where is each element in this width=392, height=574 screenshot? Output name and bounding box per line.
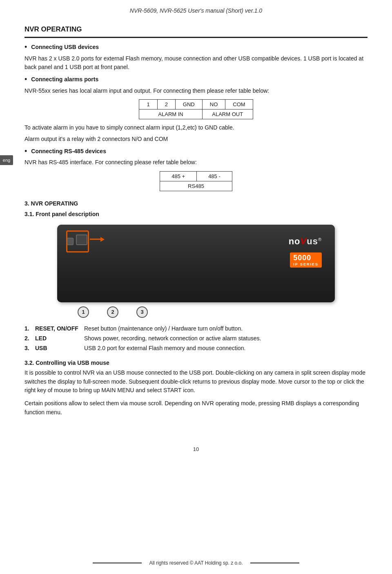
novus-logo-no: no bbox=[289, 236, 301, 246]
section3-title: 3. NVR OPERATING bbox=[24, 200, 368, 207]
rs485-para1: NVR has RS-485 interface. For connecting… bbox=[24, 158, 368, 167]
main-content: NVR OPERATING • Connecting USB devices N… bbox=[24, 25, 368, 444]
page-wrapper: NVR-5609, NVR-5625 User's manual (Short)… bbox=[0, 0, 392, 574]
novus-logo-us: us bbox=[307, 236, 318, 246]
spec-row-1: 1. RESET, ON/OFF Reset button (maintenan… bbox=[24, 325, 368, 332]
specs-list: 1. RESET, ON/OFF Reset button (maintenan… bbox=[24, 325, 368, 351]
rs485-label: RS485 bbox=[160, 181, 232, 191]
rs485-minus: 485 - bbox=[197, 171, 232, 181]
spec-num-3: 3. bbox=[24, 345, 35, 351]
bullet-dot-alarm: • bbox=[24, 75, 27, 84]
alarm-cell-no: NO bbox=[202, 100, 225, 109]
thick-divider bbox=[24, 37, 368, 38]
bullet-rs485: • Connecting RS-485 devices bbox=[24, 148, 368, 156]
alarm-cell-1: 1 bbox=[139, 100, 157, 109]
section32-para1: It is possible to control NVR via an USB… bbox=[24, 369, 368, 395]
orange-arrow bbox=[90, 237, 105, 242]
footer-line-right bbox=[250, 563, 299, 563]
alarm-para3: Alarm output it's a relay with 2 connect… bbox=[24, 135, 368, 144]
bullet-alarm-label: Connecting alarms ports bbox=[31, 76, 98, 83]
bullet-usb-label: Connecting USB devices bbox=[31, 44, 99, 50]
alarm-cell-gnd: GND bbox=[175, 100, 202, 109]
callout-label-2: 2 bbox=[111, 309, 114, 315]
callout-circle-1: 1 bbox=[78, 306, 89, 318]
section-nvr-operating-title: NVR OPERATING bbox=[24, 25, 368, 34]
page-number: 10 bbox=[0, 446, 392, 456]
spec-num-1: 1. bbox=[24, 325, 35, 332]
series-badge: 5000 IP SERIES bbox=[290, 252, 322, 268]
reset-port bbox=[67, 238, 74, 245]
usb-port bbox=[76, 235, 87, 245]
bullet-alarm: • Connecting alarms ports bbox=[24, 76, 368, 84]
section31-title: 3.1. Front panel description bbox=[24, 211, 368, 217]
callout-circle-3: 3 bbox=[136, 306, 148, 318]
spec-desc-3: USB 2.0 port for external Flash memory a… bbox=[84, 345, 368, 351]
spec-row-2: 2. LED Shows power, recording, network c… bbox=[24, 335, 368, 342]
alarm-table: 1 2 GND NO COM ALARM IN ALARM OUT bbox=[139, 99, 253, 119]
rs485-table-container: 485 + 485 - RS485 bbox=[24, 171, 368, 191]
alarm-cell-com: COM bbox=[225, 100, 253, 109]
bullet-dot-rs485: • bbox=[24, 147, 27, 156]
spec-label-1: RESET, ON/OFF bbox=[35, 325, 84, 332]
bullet-rs485-label: Connecting RS-485 devices bbox=[31, 148, 106, 154]
section32-para2: Certain positions allow to select them v… bbox=[24, 399, 368, 417]
alarm-cell-2: 2 bbox=[157, 100, 175, 109]
callout-label-3: 3 bbox=[140, 309, 143, 315]
series-subtitle: IP SERIES bbox=[293, 262, 318, 266]
arrow-line bbox=[90, 239, 100, 240]
alarm-para2: To activate alarm in you have to simply … bbox=[24, 123, 368, 132]
device-image-wrapper: noVus® 5000 IP SERIES 1 2 3 bbox=[57, 225, 335, 318]
bullet-dot-usb: • bbox=[24, 43, 27, 52]
page-footer: All rights reserved © AAT Holding sp. z … bbox=[0, 560, 392, 566]
series-number: 5000 bbox=[293, 254, 311, 262]
rs485-plus: 485 + bbox=[160, 171, 197, 181]
header-title: NVR-5609, NVR-5625 User's manual (Short)… bbox=[130, 7, 262, 14]
novus-logo: noVus® bbox=[289, 236, 322, 247]
section32-title: 3.2. Controlling via USB mouse bbox=[24, 360, 368, 366]
arrow-head bbox=[100, 237, 105, 242]
alarm-in-label: ALARM IN bbox=[139, 109, 202, 119]
language-tab: eng bbox=[0, 155, 13, 165]
novus-logo-reg: ® bbox=[318, 237, 322, 242]
bullet-usb: • Connecting USB devices bbox=[24, 44, 368, 52]
novus-logo-v: V bbox=[301, 236, 307, 246]
port-area bbox=[67, 235, 87, 245]
usb-para1: NVR has 2 x USB 2.0 ports for external F… bbox=[24, 54, 368, 72]
spec-row-3: 3. USB USB 2.0 port for external Flash m… bbox=[24, 345, 368, 351]
alarm-para1: NVR-55xx series has local alarm input an… bbox=[24, 87, 368, 96]
device-front-panel: noVus® 5000 IP SERIES bbox=[57, 225, 335, 302]
spec-label-2: LED bbox=[35, 335, 84, 342]
footer-line-left bbox=[93, 563, 142, 563]
alarm-table-container: 1 2 GND NO COM ALARM IN ALARM OUT bbox=[24, 99, 368, 119]
section32-title-text: 3.2. Controlling via USB mouse bbox=[24, 360, 109, 366]
rs485-table: 485 + 485 - RS485 bbox=[160, 171, 232, 191]
spec-num-2: 2. bbox=[24, 335, 35, 342]
spec-desc-2: Shows power, recording, network connecti… bbox=[84, 335, 368, 342]
alarm-out-label: ALARM OUT bbox=[202, 109, 253, 119]
callout-circle-2: 2 bbox=[107, 306, 118, 318]
language-label: eng bbox=[3, 158, 10, 163]
page-header: NVR-5609, NVR-5625 User's manual (Short)… bbox=[0, 0, 392, 18]
callout-label-1: 1 bbox=[82, 309, 85, 315]
spec-label-3: USB bbox=[35, 345, 84, 351]
device-image: noVus® 5000 IP SERIES bbox=[57, 225, 335, 302]
footer-text: All rights reserved © AAT Holding sp. z … bbox=[149, 560, 243, 566]
spec-desc-1: Reset button (maintenance only) / Hardwa… bbox=[84, 325, 368, 332]
